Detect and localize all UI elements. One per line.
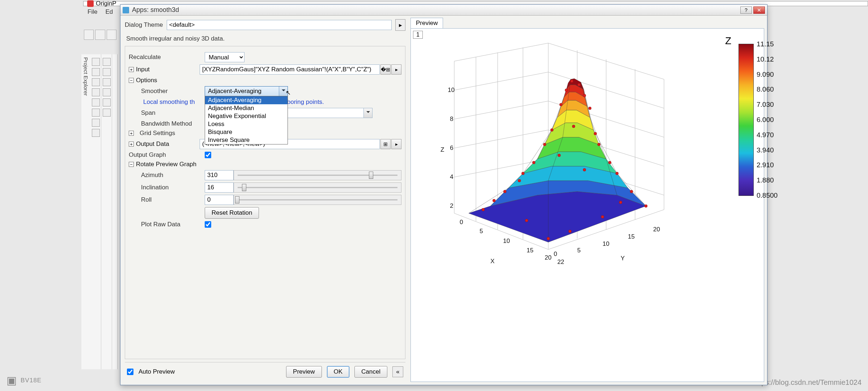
svg-point-36 (558, 154, 561, 157)
smoother-option[interactable]: Bisquare (205, 128, 288, 136)
smoother-option[interactable]: Negative Exponential (205, 112, 288, 120)
span-label: Span (129, 109, 201, 117)
tool-b[interactable] (103, 58, 111, 66)
grid-settings-label: Grid Settings (140, 130, 201, 137)
output-graph-checkbox[interactable] (205, 152, 211, 158)
output-browse-icon[interactable]: ⊞ (380, 139, 391, 149)
svg-point-49 (608, 161, 611, 164)
dialog-description: Smooth irregular and noisy 3D data. (126, 35, 404, 42)
input-expand-icon[interactable]: + (129, 67, 134, 72)
bandwidth-label: Bandwidth Method (129, 120, 201, 127)
svg-text:6: 6 (450, 144, 453, 151)
menu-file[interactable]: File (88, 8, 97, 16)
tool-reader-icon[interactable] (92, 88, 100, 96)
tool-zoom-icon[interactable] (92, 68, 100, 76)
input-flyout-icon[interactable]: ▸ (391, 64, 401, 75)
smoother-label: Smoother (129, 88, 201, 95)
origin-app-icon (87, 0, 94, 7)
z-colorbar-label: Z (725, 35, 731, 47)
svg-point-28 (583, 94, 586, 97)
tool-rect-icon[interactable] (92, 119, 100, 127)
options-collapse-icon[interactable]: − (129, 78, 134, 83)
dialog-title: Apps: smooth3d (132, 6, 740, 14)
tool-b[interactable] (103, 88, 111, 96)
smoother-option[interactable]: Loess (205, 120, 288, 128)
svg-marker-14 (469, 192, 646, 242)
toolbar-btn[interactable] (107, 30, 116, 40)
output-graph-label: Output Graph (129, 151, 201, 159)
svg-point-47 (493, 199, 495, 202)
toolbar-btn[interactable] (84, 30, 94, 40)
tool-b[interactable] (103, 98, 111, 106)
chevron-down-icon[interactable] (279, 87, 288, 96)
svg-text:2: 2 (450, 202, 453, 209)
collapse-preview-icon[interactable]: « (392, 366, 403, 377)
tool-hand-icon[interactable] (92, 129, 100, 137)
output-flyout-icon[interactable]: ▸ (391, 139, 401, 149)
dialog-theme-menu-button[interactable]: ▸ (395, 19, 405, 31)
inclination-input[interactable] (205, 182, 234, 193)
inclination-slider[interactable] (234, 182, 401, 193)
tool-text-icon[interactable] (92, 98, 100, 106)
svg-point-42 (547, 237, 550, 240)
azimuth-input[interactable] (205, 170, 234, 180)
plot-raw-checkbox[interactable] (205, 221, 211, 228)
preview-tab[interactable]: Preview (410, 18, 443, 28)
surface-plot: 10 8 6 4 2 Z 0510 1520 Y 0510 152022 X (414, 36, 682, 268)
reset-rotation-button[interactable]: Reset Rotation (205, 207, 259, 219)
help-button[interactable]: ? (740, 7, 752, 14)
svg-text:20: 20 (545, 254, 552, 261)
svg-line-0 (454, 72, 548, 90)
svg-text:5: 5 (577, 247, 580, 254)
svg-line-2 (454, 101, 548, 119)
tool-b[interactable] (103, 109, 111, 117)
tool-pointer-icon[interactable] (92, 58, 100, 66)
smoother-combobox[interactable]: Adjacent-Averaging ↖ Adjacent-Averaging … (205, 86, 288, 96)
recalculate-select[interactable]: Manual (205, 52, 244, 62)
svg-point-41 (644, 205, 647, 207)
svg-text:22: 22 (557, 258, 564, 265)
smoother-option[interactable]: Adjacent-Median (205, 104, 288, 112)
svg-point-40 (482, 208, 485, 211)
svg-text:10: 10 (448, 87, 455, 93)
preview-button[interactable]: Preview (286, 366, 322, 378)
svg-text:15: 15 (527, 247, 533, 254)
close-button[interactable]: ✕ (753, 7, 765, 14)
svg-point-37 (503, 190, 506, 193)
grid-settings-expand-icon[interactable]: + (129, 131, 134, 136)
svg-point-32 (597, 143, 600, 146)
smoother-option[interactable]: Inverse Square (205, 136, 288, 144)
tool-b[interactable] (103, 78, 111, 86)
input-browse-icon[interactable]: �⊞ (380, 64, 391, 75)
toolbar-btn[interactable] (95, 30, 105, 40)
input-field[interactable] (200, 64, 380, 75)
dialog-app-icon (123, 7, 129, 13)
smoother-option[interactable]: Adjacent-Averaging (205, 96, 288, 104)
roll-slider[interactable] (234, 195, 401, 205)
svg-text:10: 10 (503, 237, 510, 244)
side-project-explorer[interactable]: Project Explorer (81, 54, 90, 369)
svg-line-4 (454, 130, 548, 148)
output-data-expand-icon[interactable]: + (129, 142, 134, 147)
svg-text:15: 15 (628, 233, 635, 240)
azimuth-slider[interactable] (234, 170, 401, 180)
smoother-dropdown-list[interactable]: Adjacent-Averaging Adjacent-Median Negat… (205, 96, 288, 144)
recalculate-label: Recalculate (129, 54, 201, 61)
background-side-panels: Project Explorer (81, 54, 118, 369)
rotate-label: Rotate Preview Graph (136, 161, 196, 168)
dialog-titlebar[interactable]: Apps: smooth3d ? ✕ (120, 5, 767, 16)
tool-b[interactable] (103, 68, 111, 76)
bilibili-icon: ▣ (7, 374, 17, 387)
tool-pan-icon[interactable] (92, 78, 100, 86)
cancel-button[interactable]: Cancel (354, 366, 387, 378)
svg-point-35 (616, 172, 618, 175)
tool-line-icon[interactable] (92, 109, 100, 117)
roll-input[interactable] (205, 195, 234, 205)
auto-preview-checkbox[interactable] (127, 369, 133, 375)
span-dropdown-icon[interactable] (364, 108, 373, 118)
ok-button[interactable]: OK (327, 366, 350, 378)
svg-point-27 (565, 89, 568, 92)
menu-edit[interactable]: Ed (105, 8, 113, 16)
rotate-collapse-icon[interactable]: − (129, 162, 134, 167)
dialog-theme-input[interactable] (167, 20, 392, 30)
